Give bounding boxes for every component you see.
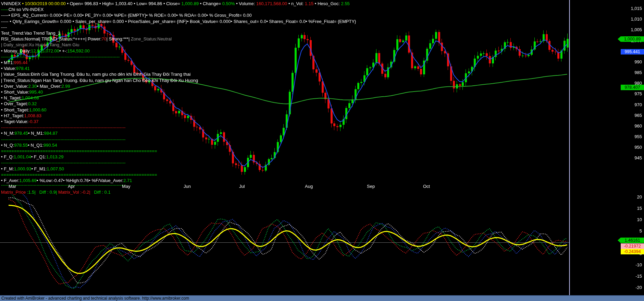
over-value-line-segment: 2.30 <box>28 84 37 89</box>
fq-line-segment: 1,013.29 <box>46 154 64 159</box>
over-taget-line-segment: 0.32 <box>28 101 37 106</box>
quote-line-segment: 1,000.89 <box>182 1 199 6</box>
last-price-tag-arrow-icon <box>618 36 621 42</box>
chi-so-line-segment: Chi so VN-INDEX <box>9 7 44 12</box>
money-daily-line-segment: • Money_Daily: <box>1 48 31 53</box>
x-axis-month-apr: Apr <box>68 184 75 189</box>
mt1-line: • MT1:995.44 <box>1 60 28 65</box>
x-axis-month-sep: Sep <box>367 184 375 189</box>
separator-green-1: ----------------------------------------… <box>1 54 120 59</box>
quote-line-segment: • Open= 996.83 • High= 1,003.40 • Low= 9… <box>67 1 181 6</box>
matrix-header-line: Matrix_Price :1.5| Diff : 0.9| Matrix_Vo… <box>1 190 111 195</box>
price-axis-label-990: 990 <box>621 59 642 64</box>
over-taget-line-segment: • Over_Taget: <box>1 101 28 106</box>
fm-line-segment: 1,007.50 <box>47 166 64 171</box>
trend-status-line-segment: | Trend_Status:Ngan Han Tang Truong. Đâu… <box>1 78 198 83</box>
price-axis-label-955: 955 <box>621 134 642 139</box>
test-trend-line: Test_Trend:Vao Trend Tang_3 <box>1 31 60 36</box>
matrix-green-tag: 1.46161 <box>621 238 644 243</box>
separator-equals-1-segment: ========================================… <box>1 148 157 154</box>
separator-green-1-segment: ----------------------------------------… <box>1 54 120 59</box>
x-axis-month-oct: Oct <box>423 184 430 189</box>
price-axis-label-965: 965 <box>621 113 642 118</box>
matrix-header-line-segment: Matrix_Vol :-0.2| <box>57 190 90 195</box>
price-axis-label-970: 970 <box>621 102 642 107</box>
separator-green-3: ----------------------------------------… <box>1 160 126 165</box>
matrix-header-line-segment: Diff : 0.9| <box>36 190 57 195</box>
trend-status-line: | Trend_Status:Ngan Han Tang Truong. Đâu… <box>1 78 198 83</box>
matrix-green-tag-arrow-icon <box>618 238 621 243</box>
chi-so-line-segment: ----- <box>1 7 9 12</box>
over-value-line-segment: 2.99 <box>62 84 70 89</box>
value-status-line-segment: | Value_Status:Đinh Gia Tang Truong. Đâu… <box>1 72 190 77</box>
price-axis-label-1010: 1,010 <box>621 16 642 22</box>
x-axis-month-jun: Jun <box>184 184 191 189</box>
long-ma-tag: 978.407 <box>621 85 644 90</box>
test-trend-line-segment: Test_Trend:Vao Trend Tang_3 <box>1 31 60 36</box>
quote-line-segment: 160,171,568.00 <box>256 1 287 6</box>
short-value-line-segment: 995.40 <box>29 89 43 95</box>
amibroker-window: VNINDEX • 10/30/2019 00:00:00 • Open= 99… <box>0 0 644 301</box>
price-axis-label-950: 950 <box>621 145 642 150</box>
qtrly-line-segment: ----- • Qtrly_Earings_Growth= 0.000 • Sa… <box>1 19 356 24</box>
nq-line-segment: • N_Q: <box>1 143 14 148</box>
h7-taget-line-segment: 1,008.83 <box>24 113 41 118</box>
eps-line-segment: -----• EPS_4Q_Current= 0.000• PE= 0.00• … <box>1 13 252 18</box>
osc-axis-label-15: 15 <box>621 206 642 211</box>
x-axis-month-jul: Jul <box>239 184 245 189</box>
fq-line: • F_Q:1,001.04• F_Q1:1,013.29 <box>1 154 64 159</box>
price-axis-label-975: 975 <box>621 91 642 96</box>
daily-signal-line-segment: | Daily_singal:Xu Huong Tang_Nam Giu <box>1 42 79 47</box>
short-taget-line: • Short_Taget:1,000.60 <box>1 107 47 112</box>
value-line: • Value:978.41 <box>1 66 30 71</box>
matrix-yellow-tag: -0.24394 <box>621 249 644 254</box>
separator-green-4-segment: ----------------------------------------… <box>1 182 126 188</box>
fm-line-segment: • F_M: <box>1 166 14 171</box>
dash-line: ---- <box>1 25 7 30</box>
matrix-header-line-segment: Diff : 0.1 <box>90 190 111 195</box>
quote-line-segment: VNINDEX <box>1 1 22 6</box>
over-taget-line: • Over_Taget:0.32 <box>1 101 37 106</box>
over-value-line-segment: • Max_Over: <box>37 84 62 89</box>
quote-line-segment: 1.15 <box>305 1 313 6</box>
osc-axis-label--10: -10 <box>621 262 642 267</box>
taget-value-line-segment: • Taget-Value: <box>1 119 28 124</box>
nm-line: • N_M:978.45• N_M1:984.87 <box>1 131 58 136</box>
mt1-line-segment: • MT1: <box>1 60 14 65</box>
h7-taget-line: • H7_Taget:1,008.83 <box>1 113 41 118</box>
over-value-line-segment: • Over_Value: <box>1 84 28 89</box>
qtrly-line: ----- • Qtrly_Earings_Growth= 0.000 • Sa… <box>1 19 356 24</box>
separator-equals-2: ========================================… <box>1 172 157 177</box>
separator-equals-2-segment: ========================================… <box>1 172 157 177</box>
price-axis-label-1005: 1,005 <box>621 27 642 32</box>
fm-line-segment: • F_M1: <box>31 166 47 171</box>
quote-line-segment: • Change= <box>199 1 222 6</box>
value-status-line: | Value_Status:Đinh Gia Tang Truong. Đâu… <box>1 72 190 77</box>
price-axis-label-985: 985 <box>621 70 642 75</box>
nm-line-segment: • N_M: <box>1 131 14 136</box>
chart-canvas[interactable] <box>0 0 644 295</box>
taget-value-line: • Taget-Value:-0.37 <box>1 119 39 124</box>
h7-taget-line-segment: • H7_Taget: <box>1 113 24 118</box>
quote-line-segment: 2.55 <box>341 1 350 6</box>
osc-axis-label-5: 5 <box>621 228 642 233</box>
money-daily-line-segment: 154,592.00 <box>67 48 90 53</box>
osc-axis-label-20: 20 <box>621 194 642 200</box>
fq-line-segment: • F_Q: <box>1 154 14 159</box>
separator-red-1-segment: ----------------------------------------… <box>1 125 126 130</box>
separator-green-4: ----------------------------------------… <box>1 182 126 188</box>
n-taget-line: • N_Taget:1,004.08 <box>1 95 39 100</box>
mt1-line-segment: 995.44 <box>14 60 28 65</box>
daily-signal-line: | Daily_singal:Xu Huong Tang_Nam Giu <box>1 42 79 47</box>
osc-axis-label--20: -20 <box>621 285 642 290</box>
x-axis-month-mar: Mar <box>9 184 16 189</box>
matrix-header-line-segment: Matrix_Price <box>1 190 26 195</box>
quote-line-segment: • Volume: <box>235 1 256 6</box>
money-daily-line: • Money_Daily:12,535,072.00• +-:154,592.… <box>1 48 90 53</box>
price-axis-label-945: 945 <box>621 155 642 160</box>
price-axis-label-1015: 1,015 <box>621 6 642 11</box>
nq-line-segment: • N_Q1: <box>28 143 44 148</box>
matrix-header-line-segment: :1.5| <box>26 190 36 195</box>
n-taget-line-segment: • N_Taget: <box>1 95 22 100</box>
nq-line-segment: 978.55 <box>14 143 28 148</box>
